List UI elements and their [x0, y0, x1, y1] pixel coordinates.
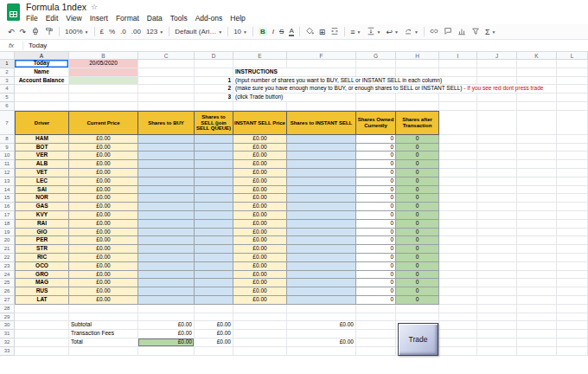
cell-I28[interactable]: [439, 305, 477, 313]
cell-F22[interactable]: [287, 254, 356, 262]
cell-K17[interactable]: [517, 211, 557, 220]
cell-J5[interactable]: [477, 94, 517, 102]
cell-A3[interactable]: Account Balance: [15, 77, 69, 86]
cell-A28[interactable]: [15, 305, 69, 313]
cell-F18[interactable]: [287, 220, 356, 229]
cell-A31[interactable]: [15, 330, 69, 339]
row-header-5[interactable]: 5: [0, 94, 15, 102]
cell-H7[interactable]: Shares after Transaction: [396, 111, 439, 135]
menu-data[interactable]: Data: [147, 14, 163, 23]
cell-C20[interactable]: [138, 236, 195, 245]
cell-H12[interactable]: 0: [396, 169, 439, 177]
cell-B27[interactable]: £0.00: [69, 296, 138, 305]
toolbar-format-percent-button[interactable]: %: [109, 28, 115, 35]
cell-J16[interactable]: [477, 203, 517, 211]
cell-E22[interactable]: £0.00: [233, 254, 287, 262]
column-header-k[interactable]: K: [517, 52, 557, 60]
cell-K11[interactable]: [517, 160, 557, 169]
cell-F6[interactable]: [287, 102, 356, 111]
cell-K19[interactable]: [517, 229, 557, 237]
cell-B24[interactable]: £0.00: [69, 271, 138, 280]
cell-H2[interactable]: [396, 68, 439, 77]
cell-J14[interactable]: [477, 186, 517, 195]
cell-F2[interactable]: [287, 68, 356, 77]
cell-K21[interactable]: [517, 245, 557, 254]
cell-J31[interactable]: [477, 330, 517, 339]
cell-D8[interactable]: [195, 135, 233, 144]
row-header-23[interactable]: 23: [0, 262, 15, 271]
cell-G20[interactable]: 0: [356, 236, 396, 245]
cell-J32[interactable]: [477, 339, 517, 347]
cell-K13[interactable]: [517, 177, 557, 186]
cell-D14[interactable]: [195, 186, 233, 195]
cell-B16[interactable]: £0.00: [69, 203, 138, 211]
cell-B20[interactable]: £0.00: [69, 236, 138, 245]
document-title[interactable]: Formula 1ndex: [26, 2, 86, 12]
toolbar-borders-button[interactable]: ⊞: [319, 28, 326, 36]
cell-F27[interactable]: [287, 296, 356, 305]
cell-F23[interactable]: [287, 262, 356, 271]
cell-E3[interactable]: (input number of shares you want to BUY,…: [233, 77, 444, 86]
cell-F16[interactable]: [287, 203, 356, 211]
toolbar-print-button[interactable]: [31, 27, 40, 37]
cell-D25[interactable]: [195, 279, 233, 287]
menu-format[interactable]: Format: [116, 14, 139, 23]
row-header-26[interactable]: 26: [0, 287, 15, 296]
cell-C7[interactable]: Shares to BUY: [138, 111, 195, 135]
cell-E10[interactable]: £0.00: [233, 152, 287, 160]
cell-J13[interactable]: [477, 177, 517, 186]
cell-I22[interactable]: [439, 254, 477, 262]
cell-I19[interactable]: [439, 229, 477, 237]
cell-K16[interactable]: [517, 203, 557, 211]
cell-E19[interactable]: £0.00: [233, 229, 287, 237]
cell-B14[interactable]: £0.00: [69, 186, 138, 195]
cell-A25[interactable]: MAG: [15, 279, 69, 287]
cell-B32[interactable]: Total: [69, 339, 138, 347]
cell-G7[interactable]: Shares Owned Currently: [356, 111, 396, 135]
cell-G2[interactable]: [356, 68, 396, 77]
cell-K18[interactable]: [517, 220, 557, 229]
cell-L12[interactable]: [557, 169, 588, 177]
cell-J29[interactable]: [477, 313, 517, 322]
cell-H16[interactable]: 0: [396, 203, 439, 211]
cell-I29[interactable]: [439, 313, 477, 322]
cell-F8[interactable]: [287, 135, 356, 144]
row-header-21[interactable]: 21: [0, 245, 15, 254]
cell-L14[interactable]: [557, 186, 588, 195]
cell-I31[interactable]: [439, 330, 477, 339]
cell-C30[interactable]: £0.00: [138, 321, 195, 330]
cell-F33[interactable]: [287, 347, 356, 356]
cell-B10[interactable]: £0.00: [69, 152, 138, 160]
cell-B7[interactable]: Current Price: [69, 111, 138, 135]
row-header-1[interactable]: 1: [0, 60, 15, 68]
cell-I33[interactable]: [439, 347, 477, 356]
cell-J15[interactable]: [477, 194, 517, 203]
cell-B11[interactable]: £0.00: [69, 160, 138, 169]
menu-file[interactable]: File: [26, 14, 38, 23]
cell-A14[interactable]: SAI: [15, 186, 69, 195]
cell-I25[interactable]: [439, 279, 477, 287]
menu-edit[interactable]: Edit: [46, 14, 59, 23]
cell-K24[interactable]: [517, 271, 557, 280]
cell-J8[interactable]: [477, 135, 517, 144]
cell-J30[interactable]: [477, 321, 517, 330]
cell-F17[interactable]: [287, 211, 356, 220]
column-header-i[interactable]: I: [439, 52, 477, 60]
cell-K29[interactable]: [517, 313, 557, 322]
cell-J3[interactable]: [477, 77, 517, 86]
row-header-33[interactable]: 33: [0, 347, 15, 356]
cell-J19[interactable]: [477, 229, 517, 237]
cell-K20[interactable]: [517, 236, 557, 245]
row-header-14[interactable]: 14: [0, 186, 15, 195]
toolbar-font-size-button[interactable]: 10▼: [233, 28, 247, 35]
cell-J20[interactable]: [477, 236, 517, 245]
cell-D12[interactable]: [195, 169, 233, 177]
column-header-h[interactable]: H: [396, 52, 439, 60]
cell-G14[interactable]: 0: [356, 186, 396, 195]
cell-K1[interactable]: [517, 60, 557, 68]
cell-H29[interactable]: [396, 313, 439, 322]
cell-D16[interactable]: [195, 203, 233, 211]
cell-D30[interactable]: £0.00: [195, 321, 233, 330]
cell-I17[interactable]: [439, 211, 477, 220]
row-header-15[interactable]: 15: [0, 194, 15, 203]
